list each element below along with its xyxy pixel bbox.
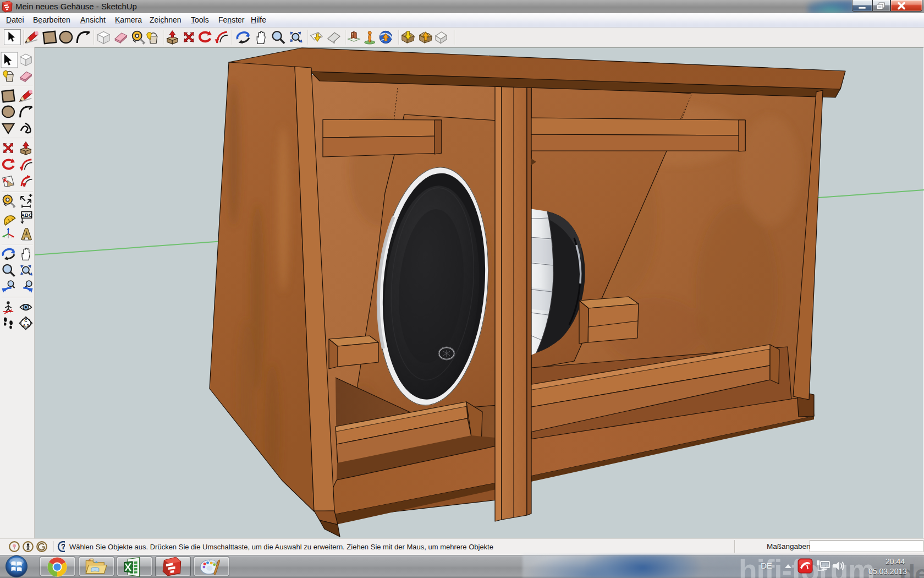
- svg-text:?: ?: [61, 542, 65, 551]
